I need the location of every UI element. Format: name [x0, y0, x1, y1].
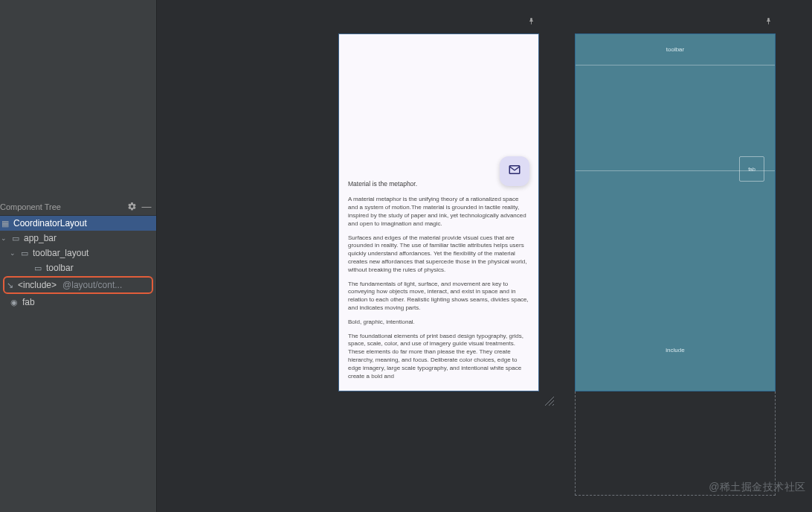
blueprint-include[interactable]: include — [576, 347, 775, 353]
fab-icon: ◉ — [9, 297, 19, 307]
layout-icon: ▭ — [19, 248, 30, 258]
blueprint-fab-label: fab — [748, 167, 755, 172]
blueprint-toolbar-label: toolbar — [666, 46, 684, 53]
preview-paragraph: Surfaces and edges of the material provi… — [348, 234, 529, 275]
layout-icon: ▭ — [33, 263, 43, 273]
preview-paragraph: The fundamentals of light, surface, and … — [348, 281, 529, 313]
preview-text-content: Material is the metaphor. A material met… — [348, 180, 529, 386]
mail-icon — [508, 163, 521, 179]
pin-icon[interactable] — [526, 16, 535, 25]
tree-node-label: <include> — [18, 280, 57, 290]
empty-region — [0, 0, 156, 198]
svg-line-2 — [552, 404, 554, 406]
design-preview[interactable]: Material is the metaphor. A material met… — [338, 33, 539, 391]
tree-node-coordinator-layout[interactable]: ▦ CoordinatorLayout — [0, 216, 156, 231]
collapse-icon[interactable]: — — [141, 202, 152, 212]
tree-node-label: CoordinatorLayout — [13, 218, 87, 228]
layout-icon: ▭ — [10, 233, 21, 243]
resize-handle-icon[interactable] — [544, 395, 555, 407]
tree-node-toolbar[interactable]: ▭ toolbar — [0, 260, 156, 275]
blueprint-include-label: include — [666, 347, 684, 353]
design-canvas[interactable]: Material is the metaphor. A material met… — [157, 0, 812, 512]
tree-node-label: fab — [22, 297, 35, 307]
chevron-down-icon[interactable]: ⌄ — [0, 234, 7, 242]
tree-node-label: app_bar — [24, 233, 57, 243]
blueprint-preview[interactable]: toolbar fab include — [575, 33, 776, 391]
blueprint-appbar[interactable]: toolbar — [576, 34, 775, 65]
preview-heading: Material is the metaphor. — [348, 180, 529, 188]
tree-node-app-bar[interactable]: ⌄ ▭ app_bar — [0, 231, 156, 246]
layout-icon: ▦ — [0, 218, 10, 228]
panel-title: Component Tree — [0, 202, 61, 211]
component-tree-header: Component Tree — — [0, 198, 156, 216]
tree-node-fab[interactable]: ◉ fab — [0, 295, 156, 310]
tree-node-label: toolbar — [46, 263, 74, 273]
svg-line-0 — [545, 397, 554, 406]
left-panel: Component Tree — ▦ CoordinatorLayout ⌄ ▭… — [0, 0, 157, 512]
tree-node-meta: @layout/cont... — [62, 280, 122, 290]
blueprint-overflow-outline — [575, 391, 776, 496]
gear-icon[interactable] — [126, 202, 137, 212]
preview-paragraph: The foundational elements of print based… — [348, 333, 529, 381]
component-tree: ▦ CoordinatorLayout ⌄ ▭ app_bar ⌄ ▭ tool… — [0, 216, 156, 310]
include-icon: ↘ — [4, 280, 15, 290]
watermark-text: @稀土掘金技术社区 — [709, 481, 806, 494]
tree-node-include[interactable]: ↘ <include> @layout/cont... — [3, 276, 153, 294]
tree-node-label: toolbar_layout — [33, 248, 88, 258]
chevron-down-icon[interactable]: ⌄ — [9, 249, 16, 257]
preview-paragraph: Bold, graphic, intentional. — [348, 319, 529, 327]
blueprint-toolbar-layout[interactable] — [576, 65, 775, 171]
preview-paragraph: A material metaphor is the unifying theo… — [348, 196, 529, 228]
tree-node-toolbar-layout[interactable]: ⌄ ▭ toolbar_layout — [0, 246, 156, 260]
blueprint-fab[interactable]: fab — [739, 156, 764, 182]
pin-icon[interactable] — [764, 16, 773, 25]
